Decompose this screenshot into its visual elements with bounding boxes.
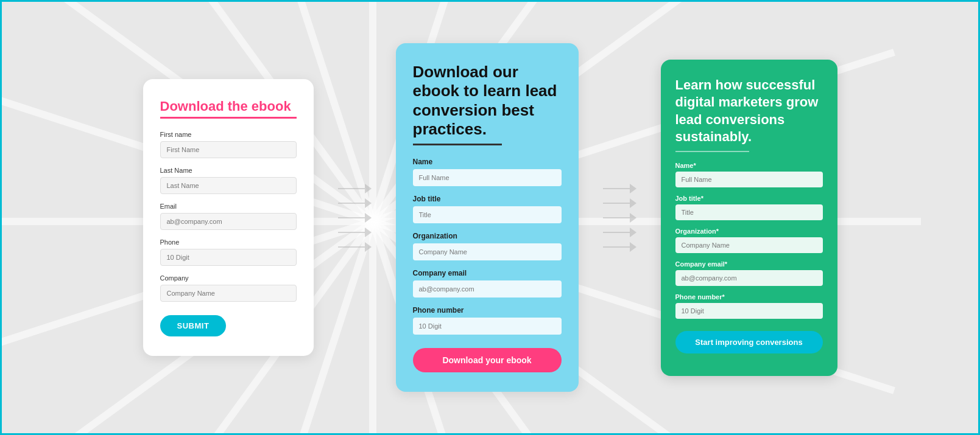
card1-label-firstname: First name [160, 131, 297, 138]
card3-field-jobtitle: Job title* [675, 195, 823, 220]
card2-field-name: Name [413, 158, 562, 186]
arrow-10 [603, 242, 636, 252]
card-white: Download the ebook First name Last Name … [143, 79, 314, 356]
card1-submit-button[interactable]: SUBMIT [160, 315, 227, 336]
card1-title: Download the ebook [160, 99, 297, 114]
card3-label-name: Name* [675, 162, 823, 169]
card3-title-underline [675, 151, 749, 152]
main-container: Download the ebook First name Last Name … [2, 2, 978, 433]
card1-label-company: Company [160, 274, 297, 282]
card2-input-org[interactable] [413, 243, 562, 260]
card3-field-phone: Phone number* [675, 293, 823, 319]
card3-field-email: Company email* [675, 260, 823, 286]
arrows-1 [338, 184, 372, 252]
card1-label-phone: Phone [160, 238, 297, 246]
card3-input-phone[interactable] [675, 303, 823, 319]
card-blue: Download our ebook to learn lead convers… [396, 43, 579, 392]
arrow-7 [603, 198, 636, 208]
arrow-1 [338, 184, 372, 193]
card2-field-email: Company email [413, 269, 562, 298]
arrow-3 [338, 213, 372, 223]
card2-label-email: Company email [413, 269, 562, 277]
arrow-6 [603, 184, 636, 193]
card2-input-jobtitle[interactable] [413, 206, 562, 223]
card3-input-jobtitle[interactable] [675, 204, 823, 220]
card3-label-phone: Phone number* [675, 293, 823, 301]
card2-field-jobtitle: Job title [413, 195, 562, 223]
card2-label-phone: Phone number [413, 306, 562, 315]
arrow-4 [338, 228, 372, 237]
card2-title-underline [413, 144, 502, 145]
card1-input-firstname[interactable] [160, 141, 297, 158]
card1-label-email: Email [160, 203, 297, 210]
card3-input-org[interactable] [675, 237, 823, 253]
card2-input-phone[interactable] [413, 318, 562, 335]
card3-label-org: Organization* [675, 228, 823, 235]
card3-label-jobtitle: Job title* [675, 195, 823, 202]
card3-field-name: Name* [675, 162, 823, 187]
card1-input-lastname[interactable] [160, 177, 297, 194]
arrow-8 [603, 213, 636, 223]
card3-title: Learn how successful digital marketers g… [675, 77, 823, 146]
card2-input-name[interactable] [413, 169, 562, 186]
card2-label-name: Name [413, 158, 562, 166]
card3-input-name[interactable] [675, 172, 823, 187]
card1-input-company[interactable] [160, 285, 297, 302]
card2-label-org: Organization [413, 232, 562, 240]
card1-field-email: Email [160, 203, 297, 230]
card1-input-email[interactable] [160, 213, 297, 230]
card2-field-phone: Phone number [413, 306, 562, 335]
card3-input-email[interactable] [675, 270, 823, 286]
card3-field-org: Organization* [675, 228, 823, 253]
card-green: Learn how successful digital marketers g… [661, 60, 837, 376]
card2-label-jobtitle: Job title [413, 195, 562, 203]
card2-field-org: Organization [413, 232, 562, 260]
card3-label-email: Company email* [675, 260, 823, 268]
card2-title: Download our ebook to learn lead convers… [413, 63, 562, 139]
card1-field-lastname: Last Name [160, 167, 297, 194]
card1-input-phone[interactable] [160, 249, 297, 266]
card1-field-firstname: First name [160, 131, 297, 158]
card3-start-button[interactable]: Start improving conversions [675, 331, 823, 353]
card2-input-email[interactable] [413, 280, 562, 298]
arrow-9 [603, 228, 636, 237]
card1-field-phone: Phone [160, 238, 297, 266]
card1-title-underline [160, 117, 297, 119]
card1-field-company: Company [160, 274, 297, 302]
arrow-5 [338, 242, 372, 252]
arrows-2 [603, 184, 636, 252]
card1-label-lastname: Last Name [160, 167, 297, 174]
card2-download-button[interactable]: Download your ebook [413, 348, 562, 372]
arrow-2 [338, 198, 372, 208]
